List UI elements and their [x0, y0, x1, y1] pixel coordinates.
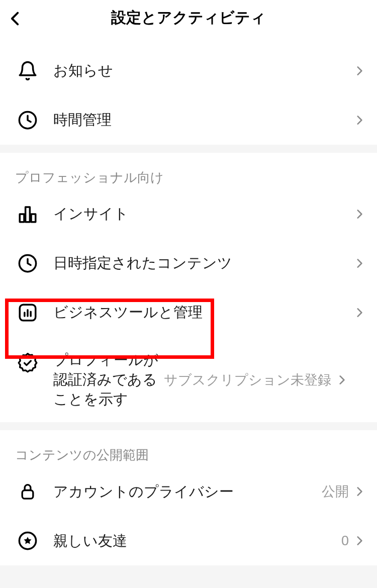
row-notifications[interactable]: お知らせ	[0, 46, 377, 95]
row-label: ビジネスツールと管理	[53, 303, 353, 322]
svg-rect-1	[20, 214, 24, 222]
row-verified-profile[interactable]: プロフィールが認証済みであることを示す サブスクリプション未登録	[0, 337, 377, 422]
section-general: お知らせ 時間管理	[0, 46, 377, 145]
svg-rect-3	[31, 214, 36, 222]
chevron-right-icon	[353, 257, 366, 270]
row-value: 0	[341, 533, 349, 549]
row-label: お知らせ	[53, 61, 353, 80]
row-label: 親しい友達	[53, 531, 341, 551]
row-value: サブスクリプション未登録	[164, 371, 331, 389]
clock-icon	[16, 252, 39, 275]
chevron-left-icon	[7, 10, 24, 27]
chevron-right-icon	[353, 534, 366, 547]
row-value: 公開	[322, 482, 349, 501]
chevron-right-icon	[353, 208, 366, 221]
bell-icon	[16, 59, 39, 82]
section-header-professional: プロフェッショナル向け	[0, 153, 377, 189]
partial-row-top	[0, 39, 377, 46]
svg-rect-2	[26, 207, 30, 222]
row-label: 時間管理	[53, 110, 353, 130]
chevron-right-icon	[353, 485, 366, 498]
row-label: プロフィールが認証済みであることを示す	[53, 350, 164, 409]
row-scheduled-content[interactable]: 日時指定されたコンテンツ	[0, 239, 377, 288]
row-label: 日時指定されたコンテンツ	[53, 253, 353, 273]
chevron-right-icon	[353, 114, 366, 127]
section-content-visibility: コンテンツの公開範囲 アカウントのプライバシー 公開 親しい友達 0	[0, 430, 377, 565]
back-button[interactable]	[7, 10, 24, 29]
page-title: 設定とアクティビティ	[12, 8, 365, 28]
header: 設定とアクティビティ	[0, 0, 377, 39]
section-header-visibility: コンテンツの公開範囲	[0, 430, 377, 467]
row-account-privacy[interactable]: アカウントのプライバシー 公開	[0, 467, 377, 516]
dashboard-icon	[16, 301, 39, 324]
chevron-right-icon	[335, 373, 348, 386]
row-business-tools[interactable]: ビジネスツールと管理	[0, 288, 377, 337]
row-insights[interactable]: インサイト	[0, 189, 377, 239]
row-close-friends[interactable]: 親しい友達 0	[0, 516, 377, 565]
row-time-management[interactable]: 時間管理	[0, 95, 377, 145]
chevron-right-icon	[353, 306, 366, 319]
verified-badge-icon	[16, 351, 39, 374]
section-professional: プロフェッショナル向け インサイト 日時指定されたコンテンツ	[0, 153, 377, 422]
row-label: アカウントのプライバシー	[53, 482, 322, 502]
bar-chart-icon	[16, 203, 39, 226]
chevron-right-icon	[353, 64, 366, 77]
star-circle-icon	[16, 529, 39, 552]
lock-icon	[16, 480, 39, 503]
row-label: インサイト	[53, 204, 353, 224]
svg-rect-9	[22, 491, 33, 499]
clock-icon	[16, 109, 39, 132]
